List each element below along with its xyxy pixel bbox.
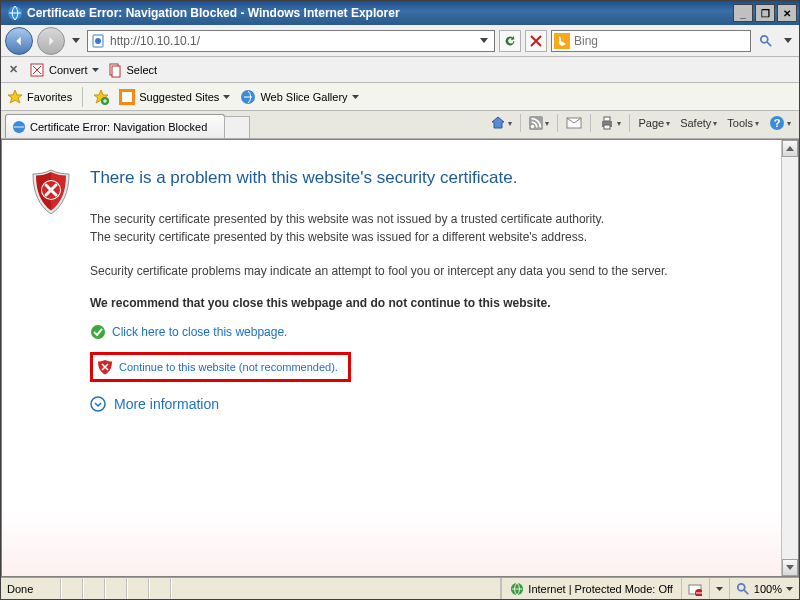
page-label: Page [638, 117, 664, 129]
favorites-bar: Favorites Suggested Sites Web Slice Gall… [1, 83, 799, 111]
forward-button[interactable] [37, 27, 65, 55]
page-content: There is a problem with this website's s… [2, 140, 781, 576]
zone-label: Internet | Protected Mode: Off [528, 583, 673, 595]
scrollbar-track[interactable] [782, 157, 798, 559]
suggested-sites-button[interactable]: Suggested Sites [119, 89, 230, 105]
select-button[interactable]: Select [107, 62, 158, 78]
certificate-error-icon [90, 33, 106, 49]
more-info-label: More information [114, 396, 219, 412]
web-slice-button[interactable]: Web Slice Gallery [240, 89, 358, 105]
cert-error-line3: Security certificate problems may indica… [90, 262, 746, 280]
close-window-button[interactable]: ✕ [777, 4, 797, 22]
checkmark-icon [90, 324, 106, 340]
bing-icon [554, 33, 570, 49]
separator [82, 87, 83, 107]
nav-history-dropdown[interactable] [69, 31, 83, 51]
shield-warn-icon [97, 359, 113, 375]
window-title: Certificate Error: Navigation Blocked - … [27, 6, 731, 20]
refresh-button[interactable] [499, 30, 521, 52]
status-dropdown[interactable] [710, 578, 730, 599]
minimize-button[interactable]: _ [733, 4, 753, 22]
read-mail-button[interactable] [562, 113, 586, 133]
back-button[interactable] [5, 27, 33, 55]
suggested-sites-label: Suggested Sites [139, 91, 219, 103]
popup-blocker-icon[interactable] [682, 578, 710, 599]
tab-bar: Certificate Error: Navigation Blocked ▾ … [1, 111, 799, 139]
address-bar[interactable] [87, 30, 495, 52]
feeds-button[interactable]: ▾ [525, 113, 553, 133]
search-go-button[interactable] [755, 30, 777, 52]
search-box[interactable] [551, 30, 751, 52]
svg-point-24 [91, 397, 105, 411]
cert-error-heading: There is a problem with this website's s… [90, 168, 746, 188]
page-menu-button[interactable]: Page ▾ [634, 113, 674, 133]
tools-menu-button[interactable]: Tools ▾ [723, 113, 763, 133]
address-dropdown[interactable] [476, 32, 492, 50]
search-provider-dropdown[interactable] [781, 31, 795, 51]
svg-point-23 [91, 325, 105, 339]
safety-label: Safety [680, 117, 711, 129]
svg-point-14 [531, 125, 535, 129]
svg-rect-10 [122, 92, 132, 102]
safety-menu-button[interactable]: Safety ▾ [676, 113, 721, 133]
command-bar: ▾ ▾ ▾ Page ▾ Safety ▾ Tools ▾ ?▾ [486, 111, 795, 138]
svg-point-2 [95, 38, 101, 44]
svg-rect-7 [112, 66, 120, 77]
svg-text:?: ? [774, 117, 781, 129]
svg-rect-13 [529, 116, 543, 130]
status-bar: Done Internet | Protected Mode: Off 100% [1, 577, 799, 599]
convert-button[interactable]: Convert [29, 62, 99, 78]
continue-website-link[interactable]: Continue to this website (not recommende… [119, 361, 338, 373]
tab-active[interactable]: Certificate Error: Navigation Blocked [5, 114, 225, 138]
zoom-level: 100% [754, 583, 782, 595]
cert-recommend: We recommend that you close this webpage… [90, 296, 746, 310]
navigation-bar [1, 25, 799, 57]
tab-title: Certificate Error: Navigation Blocked [30, 121, 207, 133]
svg-rect-18 [604, 125, 610, 129]
cert-error-line1: The security certificate presented by th… [90, 210, 746, 228]
cert-error-line2: The security certificate presented by th… [90, 228, 746, 246]
shield-error-icon [30, 168, 72, 412]
select-label: Select [127, 64, 158, 76]
print-button[interactable]: ▾ [595, 113, 625, 133]
search-input[interactable] [574, 34, 748, 48]
content-area: There is a problem with this website's s… [1, 139, 799, 577]
svg-rect-17 [604, 117, 610, 121]
favorites-button[interactable]: Favorites [7, 89, 72, 105]
help-button[interactable]: ?▾ [765, 113, 795, 133]
svg-point-4 [761, 35, 768, 42]
close-webpage-link[interactable]: Click here to close this webpage. [112, 325, 287, 339]
security-zone[interactable]: Internet | Protected Mode: Off [502, 578, 682, 599]
web-slice-label: Web Slice Gallery [260, 91, 347, 103]
home-button[interactable]: ▾ [486, 113, 516, 133]
url-input[interactable] [110, 34, 476, 48]
more-information-toggle[interactable]: More information [90, 396, 746, 412]
favorites-label: Favorites [27, 91, 72, 103]
titlebar: Certificate Error: Navigation Blocked - … [1, 1, 799, 25]
svg-point-28 [738, 583, 745, 590]
convert-label: Convert [49, 64, 88, 76]
tools-label: Tools [727, 117, 753, 129]
stop-button[interactable] [525, 30, 547, 52]
svg-rect-3 [554, 33, 570, 49]
maximize-button[interactable]: ❐ [755, 4, 775, 22]
status-text: Done [1, 578, 61, 599]
addon-toolbar: ✕ Convert Select [1, 57, 799, 83]
continue-highlight-box: Continue to this website (not recommende… [90, 352, 351, 382]
zoom-control[interactable]: 100% [730, 578, 799, 599]
new-tab-button[interactable] [224, 116, 250, 138]
scroll-down-button[interactable] [782, 559, 798, 576]
close-toolbar-button[interactable]: ✕ [5, 62, 21, 78]
ie-icon [7, 5, 23, 21]
scroll-up-button[interactable] [782, 140, 798, 157]
add-favorite-button[interactable] [93, 89, 109, 105]
vertical-scrollbar[interactable] [781, 140, 798, 576]
